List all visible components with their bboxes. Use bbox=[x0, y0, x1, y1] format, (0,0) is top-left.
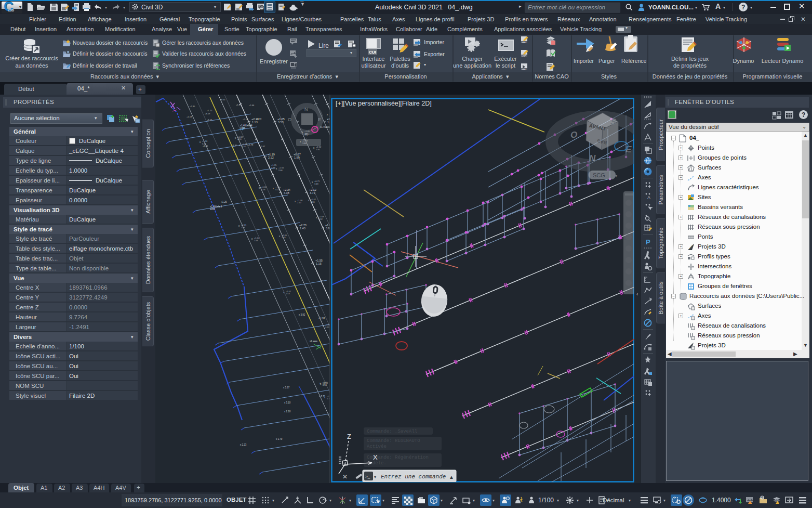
svg-text:x 3.10: x 3.10 bbox=[284, 401, 291, 404]
svg-text:+3.19: +3.19 bbox=[207, 119, 212, 121]
svg-text:+1.80: +1.80 bbox=[203, 145, 208, 147]
svg-text:2.06: 2.06 bbox=[278, 169, 283, 172]
svg-text:1.66: 1.66 bbox=[254, 239, 259, 242]
svg-text:3.53: 3.53 bbox=[278, 121, 284, 124]
svg-text:+2.35: +2.35 bbox=[190, 105, 195, 108]
svg-text:3.94: 3.94 bbox=[271, 166, 276, 169]
svg-text:CUI: CUI bbox=[369, 50, 376, 55]
svg-text:x 1.79: x 1.79 bbox=[276, 438, 283, 440]
svg-text:N: N bbox=[589, 153, 596, 163]
svg-text:4.34: 4.34 bbox=[323, 384, 327, 386]
svg-text:2.12: 2.12 bbox=[268, 156, 274, 159]
svg-text:+2.46: +2.46 bbox=[249, 104, 255, 107]
svg-text:3450: 3450 bbox=[210, 208, 216, 211]
svg-text:P: P bbox=[646, 238, 650, 246]
svg-text:SCG: SCG bbox=[593, 172, 605, 178]
svg-text:VBA: VBA bbox=[522, 69, 526, 71]
svg-text:x 3.71: x 3.71 bbox=[319, 395, 326, 398]
svg-text:+1.75: +1.75 bbox=[207, 109, 212, 112]
svg-text:x 1.93: x 1.93 bbox=[318, 317, 325, 320]
svg-text:E: E bbox=[318, 117, 321, 122]
svg-text:3.75: 3.75 bbox=[325, 326, 330, 329]
svg-text:4.38: 4.38 bbox=[284, 191, 289, 194]
svg-text:O: O bbox=[288, 117, 291, 122]
svg-text:x 2.18: x 2.18 bbox=[284, 410, 291, 413]
svg-text:+3.59: +3.59 bbox=[205, 112, 210, 115]
svg-text:3.16: 3.16 bbox=[242, 145, 246, 148]
svg-text:4.25: 4.25 bbox=[275, 188, 280, 191]
svg-text:▾: ▾ bbox=[615, 174, 617, 178]
svg-text:▾: ▾ bbox=[374, 475, 376, 479]
svg-text:+1.25: +1.25 bbox=[221, 201, 227, 203]
svg-text:modèle.: modèle. bbox=[367, 461, 387, 466]
svg-text:2.10: 2.10 bbox=[297, 201, 302, 204]
svg-text:4.16: 4.16 bbox=[237, 138, 242, 140]
svg-text:4.80: 4.80 bbox=[311, 201, 315, 203]
svg-text:1.64: 1.64 bbox=[241, 226, 246, 229]
svg-text:Z: Z bbox=[347, 433, 351, 440]
svg-text:x 3.92: x 3.92 bbox=[299, 314, 305, 316]
svg-text:+3.78: +3.78 bbox=[248, 144, 254, 146]
svg-text:Commande: _SaveAll: Commande: _SaveAll bbox=[367, 429, 417, 434]
svg-text:x 2.23: x 2.23 bbox=[240, 444, 247, 446]
svg-text:4.65: 4.65 bbox=[304, 133, 309, 135]
svg-text:3448: 3448 bbox=[240, 127, 246, 129]
svg-text:x 5.67: x 5.67 bbox=[283, 386, 290, 389]
svg-text:▲: ▲ bbox=[449, 474, 454, 480]
svg-text:+2.27: +2.27 bbox=[243, 118, 248, 121]
svg-text:N: N bbox=[304, 107, 308, 112]
svg-text:[+][Vue personnalisée][Filaire: [+][Vue personnalisée][Filaire 2D] bbox=[336, 100, 432, 107]
svg-text:3.72: 3.72 bbox=[310, 191, 315, 194]
svg-text:+1.30: +1.30 bbox=[232, 144, 237, 147]
svg-text:+4.00: +4.00 bbox=[220, 98, 225, 101]
svg-text:1.43: 1.43 bbox=[300, 227, 305, 230]
svg-text:1.35: 1.35 bbox=[282, 236, 286, 239]
svg-text:+1.89: +1.89 bbox=[236, 103, 242, 106]
svg-text:LISP: LISP bbox=[522, 55, 526, 57]
svg-text:3.86: 3.86 bbox=[302, 142, 307, 145]
svg-text:+1.18: +1.18 bbox=[187, 115, 192, 118]
svg-text:Commande: REGENAUTO: Commande: REGENAUTO bbox=[367, 438, 420, 444]
svg-text:✕: ✕ bbox=[342, 473, 348, 480]
svg-text:+2.67: +2.67 bbox=[260, 145, 265, 148]
svg-text:O: O bbox=[570, 130, 577, 140]
svg-text:!: ! bbox=[779, 501, 779, 504]
svg-text:5.53: 5.53 bbox=[286, 292, 290, 295]
svg-text:+3.58: +3.58 bbox=[256, 118, 262, 120]
svg-text:1.15: 1.15 bbox=[316, 262, 322, 265]
svg-text:3.43: 3.43 bbox=[314, 183, 319, 185]
svg-text:1.95: 1.95 bbox=[316, 148, 321, 151]
svg-text:S: S bbox=[610, 117, 617, 127]
svg-text:4.92: 4.92 bbox=[318, 218, 323, 220]
svg-text:VBA: VBA bbox=[522, 42, 526, 44]
svg-text:1.13: 1.13 bbox=[252, 121, 258, 124]
svg-text:Activée: Activée bbox=[367, 444, 387, 449]
svg-text:X: X bbox=[373, 453, 378, 461]
svg-text:x1.ssss: x1.ssss bbox=[310, 340, 318, 343]
svg-text:2.56: 2.56 bbox=[261, 188, 266, 191]
svg-text:Entrez une commande: Entrez une commande bbox=[381, 474, 446, 480]
svg-text:A: A bbox=[647, 195, 650, 200]
svg-text:1.99: 1.99 bbox=[294, 156, 300, 159]
svg-text:>_: >_ bbox=[365, 474, 370, 479]
